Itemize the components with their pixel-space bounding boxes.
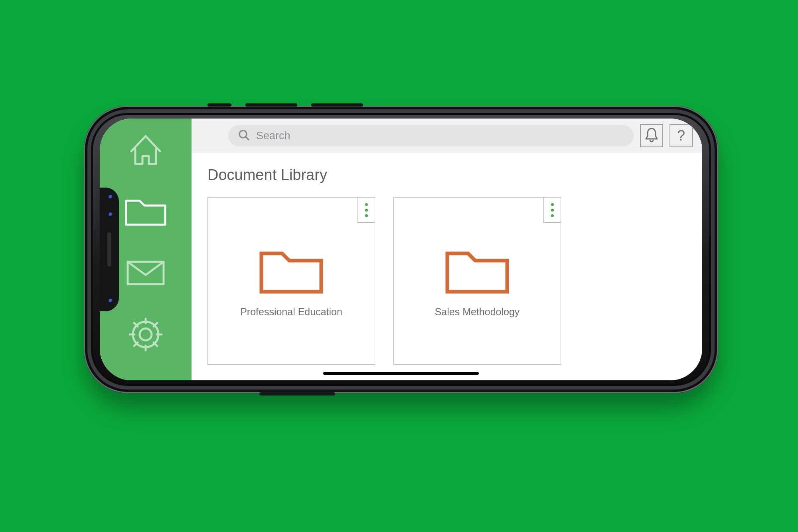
more-vertical-icon — [551, 203, 554, 217]
mail-icon — [126, 260, 166, 288]
more-vertical-icon — [365, 203, 368, 217]
svg-point-1 — [140, 328, 152, 340]
search-icon — [238, 129, 250, 142]
sidebar-item-settings[interactable] — [124, 317, 168, 353]
search-field[interactable] — [228, 125, 634, 146]
svg-line-4 — [246, 137, 249, 140]
folder-grid: Professional Education — [207, 197, 686, 365]
search-input[interactable] — [255, 129, 624, 142]
phone-mockup: ? Document Library — [84, 106, 718, 393]
folder-large-icon — [257, 245, 325, 298]
home-icon — [127, 133, 164, 169]
folder-large-icon — [443, 245, 511, 298]
folder-icon — [124, 195, 168, 229]
folder-label: Professional Education — [240, 306, 342, 318]
folder-card[interactable]: Professional Education — [207, 197, 375, 365]
help-button[interactable]: ? — [670, 124, 693, 147]
folder-card[interactable]: Sales Methodology — [393, 197, 561, 365]
sidebar-item-documents[interactable] — [124, 194, 168, 230]
card-menu-button[interactable] — [358, 197, 375, 223]
topbar: ? — [192, 119, 702, 153]
svg-point-2 — [133, 322, 158, 347]
card-menu-button[interactable] — [543, 197, 561, 223]
sidebar-item-home[interactable] — [124, 133, 168, 169]
notifications-button[interactable] — [640, 124, 663, 147]
gear-icon — [127, 316, 164, 354]
home-indicator[interactable] — [323, 372, 479, 375]
help-icon: ? — [677, 129, 685, 143]
device-notch — [100, 188, 119, 311]
folder-label: Sales Methodology — [435, 306, 520, 318]
page-title: Document Library — [207, 166, 686, 184]
app-root: ? Document Library — [100, 119, 702, 380]
phone-screen: ? Document Library — [100, 119, 702, 380]
sidebar-item-mail[interactable] — [124, 256, 168, 292]
content-area: Document Library — [192, 153, 702, 380]
bell-icon — [644, 127, 659, 144]
main-area: ? Document Library — [192, 119, 702, 380]
